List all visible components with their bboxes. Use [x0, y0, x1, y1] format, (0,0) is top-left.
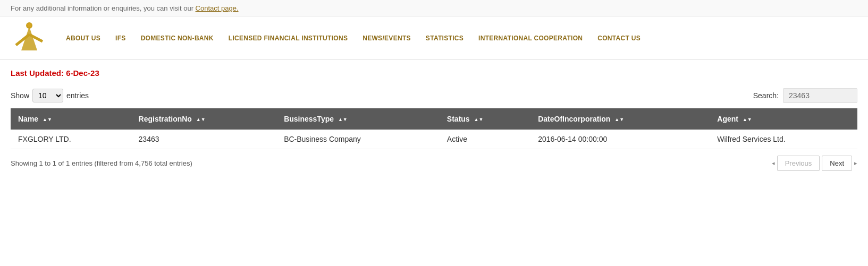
table-controls: Show 10 25 50 100 entries Search:	[11, 88, 857, 103]
search-label: Search:	[753, 91, 779, 100]
col-header-name[interactable]: Name ▲▼	[11, 108, 131, 130]
sort-arrows-registration[interactable]: ▲▼	[196, 117, 206, 122]
table-header: Name ▲▼ RegistrationNo ▲▼ BusinessType ▲…	[11, 108, 857, 130]
cell-name: FXGLORY LTD.	[11, 130, 131, 149]
cell-business-type: BC-Business Company	[276, 130, 440, 149]
header: ABOUT US IFS DOMESTIC NON-BANK LICENSED …	[0, 17, 868, 60]
pagination-controls: ◂ Previous Next ▸	[772, 156, 857, 171]
site-logo	[11, 21, 48, 53]
col-header-business-type[interactable]: BusinessType ▲▼	[276, 108, 440, 130]
cell-date-of-incorporation: 2016-06-14 00:00:00	[530, 130, 710, 149]
col-header-registration-no[interactable]: RegistrationNo ▲▼	[131, 108, 277, 130]
col-header-date-of-incorporation[interactable]: DateOfIncorporation ▲▼	[530, 108, 710, 130]
table-header-row: Name ▲▼ RegistrationNo ▲▼ BusinessType ▲…	[11, 108, 857, 130]
data-table: Name ▲▼ RegistrationNo ▲▼ BusinessType ▲…	[11, 108, 857, 149]
table-body: FXGLORY LTD.23463BC-Business CompanyActi…	[11, 130, 857, 149]
previous-button[interactable]: Previous	[777, 156, 820, 171]
contact-page-link[interactable]: Contact page.	[196, 4, 239, 12]
previous-arrow-icon: ◂	[772, 160, 775, 167]
nav-item-about-us[interactable]: ABOUT US	[58, 30, 108, 46]
pagination-summary: Showing 1 to 1 of 1 entries (filtered fr…	[11, 159, 192, 167]
logo-area	[11, 21, 48, 55]
nav-item-licensed-financial-institutions[interactable]: LICENSED FINANCIAL INSTITUTIONS	[221, 30, 355, 46]
sort-arrows-business-type[interactable]: ▲▼	[338, 117, 348, 122]
nav-item-domestic-non-bank[interactable]: DOMESTIC NON-BANK	[133, 30, 221, 46]
nav-item-international-cooperation[interactable]: INTERNATIONAL COOPERATION	[471, 30, 590, 46]
search-area: Search:	[753, 88, 857, 103]
show-entries-control: Show 10 25 50 100 entries	[11, 89, 89, 102]
cell-status: Active	[440, 130, 530, 149]
top-info-text: For any additional information or enquir…	[11, 4, 196, 12]
last-updated-label: Last Updated:	[11, 68, 66, 78]
next-button[interactable]: Next	[822, 156, 852, 171]
cell-registration-no: 23463	[131, 130, 277, 149]
last-updated-value: 6-Dec-23	[66, 68, 99, 78]
top-info-bar: For any additional information or enquir…	[0, 0, 868, 17]
entries-label: entries	[66, 91, 89, 100]
col-header-status[interactable]: Status ▲▼	[440, 108, 530, 130]
main-nav: ABOUT US IFS DOMESTIC NON-BANK LICENSED …	[58, 30, 648, 46]
sort-arrows-status[interactable]: ▲▼	[474, 117, 484, 122]
cell-agent: Wilfred Services Ltd.	[710, 130, 857, 149]
nav-item-ifs[interactable]: IFS	[108, 30, 133, 46]
table-footer: Showing 1 to 1 of 1 entries (filtered fr…	[11, 156, 857, 171]
search-input[interactable]	[783, 88, 857, 103]
sort-arrows-name[interactable]: ▲▼	[43, 117, 52, 122]
nav-item-news-events[interactable]: NEWS/EVENTS	[355, 30, 418, 46]
main-content: Last Updated: 6-Dec-23 Show 10 25 50 100…	[0, 60, 868, 179]
last-updated: Last Updated: 6-Dec-23	[11, 68, 857, 78]
entries-per-page-select[interactable]: 10 25 50 100	[32, 89, 63, 102]
next-arrow-icon: ▸	[854, 160, 857, 167]
col-header-agent[interactable]: Agent ▲▼	[710, 108, 857, 130]
table-row: FXGLORY LTD.23463BC-Business CompanyActi…	[11, 130, 857, 149]
sort-arrows-agent[interactable]: ▲▼	[743, 117, 752, 122]
show-label: Show	[11, 91, 29, 100]
nav-item-contact-us[interactable]: CONTACT US	[590, 30, 648, 46]
sort-arrows-date[interactable]: ▲▼	[614, 117, 624, 122]
nav-item-statistics[interactable]: STATISTICS	[418, 30, 471, 46]
